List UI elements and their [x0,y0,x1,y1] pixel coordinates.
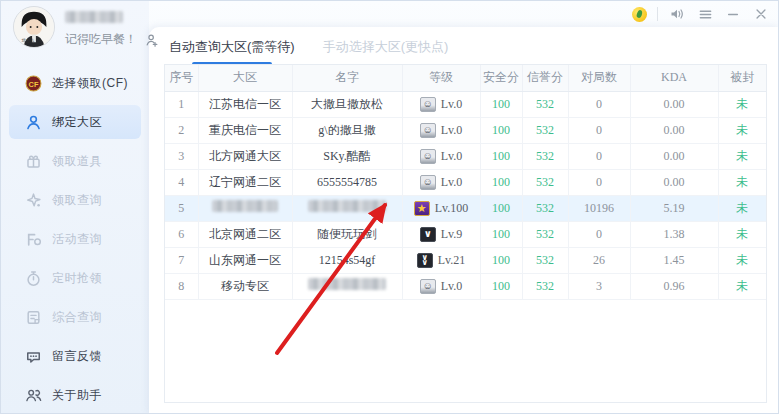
table-row[interactable]: 1江苏电信一区大撒旦撒放松☺Lv.010053200.00未 [165,91,766,117]
cell-region [198,195,292,221]
sidebar-item-activity-query[interactable]: 活动查询 [9,222,141,256]
cell-credit: 532 [522,273,568,299]
cell-banned: 未 [718,91,766,117]
level-badge-icon: ∨∨ [417,253,433,268]
sidebar-item-label: 定时抢领 [52,270,102,287]
cell-safety: 100 [480,221,522,247]
cell-level: ☺Lv.0 [402,273,480,299]
cell-kda: 0.96 [630,273,718,299]
switch-account-icon[interactable] [145,33,159,47]
cell-kda: 0.00 [630,117,718,143]
cell-games: 26 [568,247,630,273]
cell-credit: 532 [522,169,568,195]
stopwatch-icon [25,270,42,287]
cell-banned: 未 [718,247,766,273]
sidebar-item-feedback[interactable]: 留言反馈 [9,339,141,373]
table-row[interactable]: 5★Lv.100100532101965.19未 [165,195,766,221]
cell-games: 3 [568,273,630,299]
cell-credit: 532 [522,221,568,247]
cell-index: 3 [165,143,198,169]
avatar[interactable]: 我那么 [13,6,55,48]
cell-region: 江苏电信一区 [198,91,292,117]
sparkle-icon [25,192,42,209]
sidebar-item-label: 选择领取(CF) [52,75,128,92]
col-header-safety: 安全分 [480,65,522,91]
table-row[interactable]: 6北京网通二区随便玩玩剑∨Lv.910053201.38未 [165,221,766,247]
cell-name: 随便玩玩剑 [292,221,402,247]
sidebar-item-bind-region[interactable]: 绑定大区 [9,105,141,139]
col-header-level: 等级 [402,65,480,91]
cell-banned: 未 [718,221,766,247]
cell-credit: 532 [522,143,568,169]
level-badge-icon: ☺ [420,175,436,190]
status-text: 记得吃早餐！ [65,31,137,48]
minimize-icon[interactable] [724,5,742,23]
sidebar-item-about-helper[interactable]: 关于助手 [9,378,141,412]
cell-region: 辽宁网通二区 [198,169,292,195]
sidebar-item-label: 活动查询 [52,231,102,248]
sidebar-item-select-claim-cf[interactable]: CF选择领取(CF) [9,66,141,100]
cell-region: 重庆电信一区 [198,117,292,143]
cell-name: 大撒旦撒放松 [292,91,402,117]
cell-banned: 未 [718,273,766,299]
cell-name: SKy.酷酷 [292,143,402,169]
sidebar-item-label: 留言反馈 [52,348,102,365]
cell-safety: 100 [480,91,522,117]
cell-name: 12154s54gf [292,247,402,273]
sidebar-item-label: 绑定大区 [52,114,102,131]
cell-level: ☺Lv.0 [402,117,480,143]
level-badge-icon: ☺ [420,279,436,294]
cell-kda: 0.00 [630,91,718,117]
level-badge-icon: ∨ [420,227,436,242]
cell-games: 0 [568,117,630,143]
sidebar-item-label: 综合查询 [52,309,102,326]
table-row[interactable]: 3北方网通大区SKy.酷酷☺Lv.010053200.00未 [165,143,766,169]
cell-region: 移动专区 [198,273,292,299]
level-badge-icon: ☺ [420,123,436,138]
avatar-image: 我那么 [14,7,54,47]
cell-games: 0 [568,169,630,195]
cell-name [292,273,402,299]
cell-name [292,195,402,221]
close-icon[interactable] [752,5,770,23]
table-row[interactable]: 4辽宁网通二区6555554785☺Lv.010053200.00未 [165,169,766,195]
cell-index: 8 [165,273,198,299]
col-header-name: 名字 [292,65,402,91]
cell-kda: 1.38 [630,221,718,247]
cell-banned: 未 [718,195,766,221]
cell-games: 0 [568,143,630,169]
cell-index: 1 [165,91,198,117]
cell-safety: 100 [480,247,522,273]
cell-kda: 0.00 [630,169,718,195]
cell-credit: 532 [522,117,568,143]
cell-credit: 532 [522,247,568,273]
titlebar-divider [657,7,658,21]
cell-name: 6555554785 [292,169,402,195]
col-header-region: 大区 [198,65,292,91]
sidebar-item-claim-items[interactable]: 领取道具 [9,144,141,178]
cell-name: g\的撒旦撒 [292,117,402,143]
titlebar: 我那么 记得吃早餐！ [1,1,778,63]
main-panel: 自动查询大区(需等待) 手动选择大区(更快点) 序号 大区 名字 [149,27,779,414]
report-icon [25,309,42,326]
table-row[interactable]: 2重庆电信一区g\的撒旦撒☺Lv.010053200.00未 [165,117,766,143]
sidebar-item-combined-query[interactable]: 综合查询 [9,300,141,334]
app-logo-icon [632,7,647,22]
cell-index: 4 [165,169,198,195]
volume-icon[interactable] [668,5,686,23]
cell-level: ☺Lv.0 [402,91,480,117]
table-row[interactable]: 7山东网通一区12154s54gf∨∨Lv.21100532261.45未 [165,247,766,273]
cell-kda: 1.45 [630,247,718,273]
sidebar-item-claim-query[interactable]: 领取查询 [9,183,141,217]
table-row[interactable]: 8移动专区☺Lv.010053230.96未 [165,273,766,299]
cell-index: 2 [165,117,198,143]
col-header-index: 序号 [165,65,198,91]
cell-banned: 未 [718,169,766,195]
cell-region: 山东网通一区 [198,247,292,273]
cell-safety: 100 [480,169,522,195]
menu-icon[interactable] [696,5,714,23]
sidebar-item-timed-grab[interactable]: 定时抢领 [9,261,141,295]
sidebar-item-label: 关于助手 [52,387,102,404]
person-icon [25,114,42,131]
cell-banned: 未 [718,143,766,169]
